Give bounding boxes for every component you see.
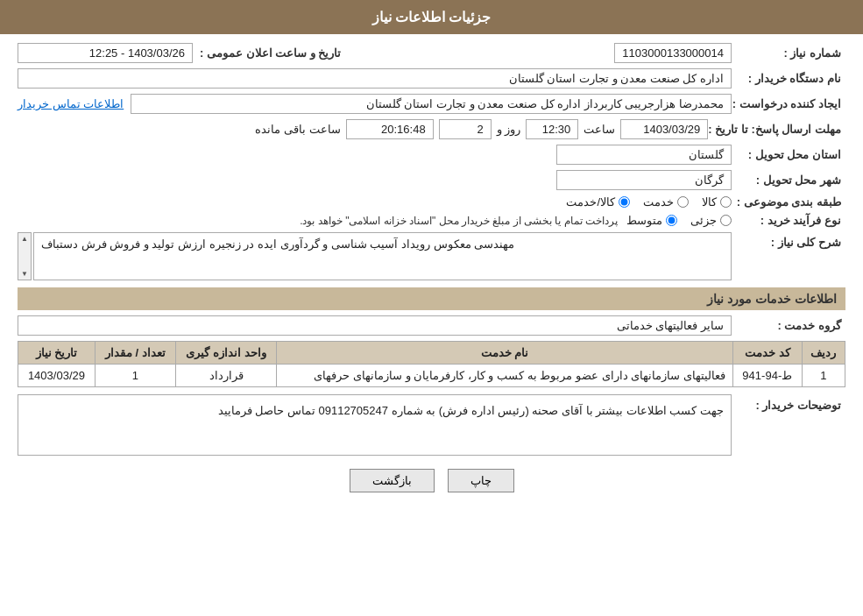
نوع-فرآیند-label: نوع فرآیند خرید : — [732, 214, 845, 227]
cell-ردیف: 1 — [802, 365, 845, 387]
row-شماره-نیاز: شماره نیاز : 1103000133000014 تاریخ و سا… — [18, 43, 845, 63]
col-کد-خدمت: کد خدمت — [732, 342, 802, 365]
radio-جزئی: جزئی — [690, 214, 732, 227]
استان-value: گلستان — [556, 145, 732, 165]
row-توضیحات: توضیحات خریدار : جهت کسب اطلاعات بیشتر ب… — [18, 394, 845, 456]
table-body: 1 ط-94-941 فعالیتهای سازمانهای دارای عضو… — [18, 365, 845, 387]
مهلت-date: 1403/03/29 — [620, 119, 708, 139]
cell-تاریخ: 1403/03/29 — [18, 365, 95, 387]
page-title: جزئیات اطلاعات نیاز — [0, 0, 863, 34]
تاریخ-value: 1403/03/26 - 12:25 — [18, 43, 193, 63]
row-گروه-خدمت: گروه خدمت : سایر فعالیتهای خدماتی — [18, 315, 845, 336]
page-wrapper: جزئیات اطلاعات نیاز شماره نیاز : 1103000… — [0, 0, 863, 616]
باقی-مانده-label: ساعت باقی مانده — [255, 123, 340, 136]
print-button[interactable]: چاپ — [448, 469, 514, 492]
table-header: ردیف کد خدمت نام خدمت واحد اندازه گیری ت… — [18, 342, 845, 365]
services-table: ردیف کد خدمت نام خدمت واحد اندازه گیری ت… — [18, 341, 845, 387]
cell-تعداد: 1 — [95, 365, 175, 387]
col-ردیف: ردیف — [802, 342, 845, 365]
radio-کالا: کالا — [702, 195, 732, 209]
radio-جزئی-input[interactable] — [720, 215, 732, 226]
radio-کالاخدمت-input[interactable] — [619, 196, 630, 208]
radio-خدمت-input[interactable] — [677, 196, 689, 208]
table-row: 1 ط-94-941 فعالیتهای سازمانهای دارای عضو… — [18, 365, 845, 387]
ایجاد-کننده-value: محمدرضا هزارجریبی کاربرداز اداره کل صنعت… — [131, 94, 732, 114]
خدمات-section-header: اطلاعات خدمات مورد نیاز — [18, 287, 845, 310]
توضیحات-value: جهت کسب اطلاعات بیشتر با آقای صحنه (رئیس… — [18, 394, 732, 456]
scroll-down-arrow[interactable]: ▼ — [21, 270, 28, 278]
col-واحد: واحد اندازه گیری — [175, 342, 277, 365]
row-نوع-فرآیند: نوع فرآیند خرید : جزئی متوسط پرداخت تمام… — [18, 214, 845, 227]
روز-label: روز و — [497, 123, 521, 136]
شماره-نیاز-label: شماره نیاز : — [732, 46, 845, 60]
مهلت-باقی: 20:16:48 — [346, 119, 434, 139]
نام-دستگاه-value: اداره کل صنعت معدن و تجارت استان گلستان — [18, 68, 732, 89]
شهر-label: شهر محل تحویل : — [732, 173, 845, 187]
col-نام-خدمت: نام خدمت — [277, 342, 732, 365]
scroll-up-arrow[interactable]: ▲ — [21, 235, 28, 243]
row-نام-دستگاه: نام دستگاه خریدار : اداره کل صنعت معدن و… — [18, 68, 845, 89]
مهلت-روز: 2 — [439, 119, 492, 139]
مهلت-label: مهلت ارسال پاسخ: تا تاریخ : — [708, 123, 845, 136]
radio-خدمت-label: خدمت — [643, 195, 674, 209]
گروه-خدمت-value: سایر فعالیتهای خدماتی — [18, 315, 732, 336]
نوع-توضیح: پرداخت تمام یا بخشی از مبلغ خریدار محل "… — [300, 215, 618, 227]
content-area: شماره نیاز : 1103000133000014 تاریخ و سا… — [0, 34, 863, 514]
توضیحات-label: توضیحات خریدار : — [732, 394, 845, 412]
row-مهلت: مهلت ارسال پاسخ: تا تاریخ : 1403/03/29 س… — [18, 119, 845, 139]
row-شهر: شهر محل تحویل : گرگان — [18, 170, 845, 190]
cell-واحد: قرارداد — [175, 365, 277, 387]
col-تعداد: تعداد / مقدار — [95, 342, 175, 365]
row-شرح-کلی: شرح کلی نیاز : مهندسی معکوس رویداد آسیب … — [18, 232, 845, 280]
row-ایجاد-کننده: ایجاد کننده درخواست : محمدرضا هزارجریبی … — [18, 94, 845, 114]
نوع-radio-group: جزئی متوسط — [626, 214, 732, 227]
radio-متوسط-input[interactable] — [666, 215, 677, 226]
radio-خدمت: خدمت — [643, 195, 689, 209]
col-تاریخ: تاریخ نیاز — [18, 342, 95, 365]
ایجاد-کننده-label: ایجاد کننده درخواست : — [732, 97, 845, 110]
ساعت-label: ساعت — [584, 123, 615, 136]
radio-متوسط-label: متوسط — [626, 214, 662, 227]
شرح-scrollbar[interactable]: ▲ ▼ — [18, 232, 32, 280]
طبقه-radio-group: کالا خدمت کالا/خدمت — [566, 195, 732, 209]
radio-کالا-input[interactable] — [720, 196, 732, 208]
radio-متوسط: متوسط — [626, 214, 677, 227]
row-استان: استان محل تحویل : گلستان — [18, 145, 845, 165]
تاریخ-label: تاریخ و ساعت اعلان عمومی : — [193, 46, 345, 60]
radio-جزئی-label: جزئی — [690, 214, 717, 227]
شرح-کلی-label: شرح کلی نیاز : — [732, 232, 845, 249]
row-طبقه: طبقه بندی موضوعی : کالا خدمت کالا/خدمت — [18, 195, 845, 209]
نام-دستگاه-label: نام دستگاه خریدار : — [732, 72, 845, 85]
radio-کالا-label: کالا — [702, 195, 717, 209]
اطلاعات-تماس-link[interactable]: اطلاعات تماس خریدار — [18, 97, 124, 110]
button-bar: چاپ بازگشت — [18, 469, 845, 492]
radio-کالاخدمت: کالا/خدمت — [566, 195, 630, 209]
شهر-value: گرگان — [556, 170, 732, 190]
مهلت-ساعت: 12:30 — [526, 119, 578, 139]
شرح-کلی-value: مهندسی معکوس رویداد آسیب شناسی و گردآوری… — [33, 232, 732, 280]
شماره-نیاز-value: 1103000133000014 — [614, 43, 732, 63]
table-header-row: ردیف کد خدمت نام خدمت واحد اندازه گیری ت… — [18, 342, 845, 365]
cell-نام-خدمت: فعالیتهای سازمانهای دارای عضو مربوط به ک… — [277, 365, 732, 387]
back-button[interactable]: بازگشت — [350, 469, 435, 492]
گروه-خدمت-label: گروه خدمت : — [732, 319, 845, 332]
radio-کالاخدمت-label: کالا/خدمت — [566, 195, 615, 209]
طبقه-label: طبقه بندی موضوعی : — [732, 195, 845, 209]
cell-کد-خدمت: ط-94-941 — [732, 365, 802, 387]
استان-label: استان محل تحویل : — [732, 148, 845, 161]
